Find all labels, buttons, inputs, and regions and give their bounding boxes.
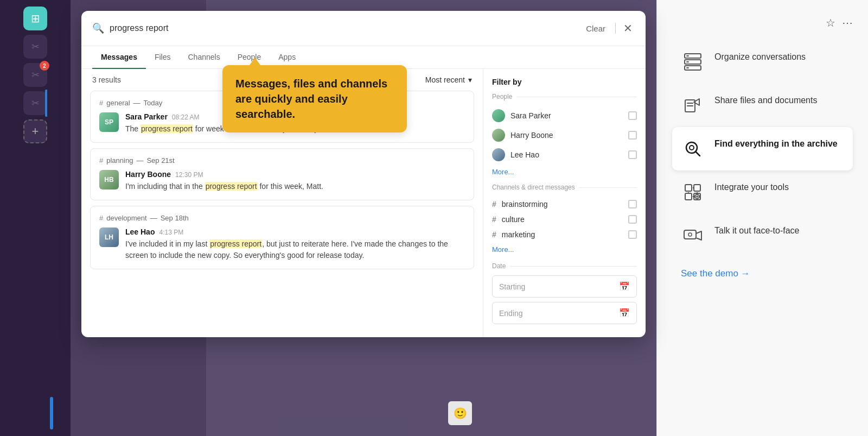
filter-sidebar: Filter by People Sara Parker Harry Boone (483, 69, 646, 337)
checkbox-brainstorming[interactable] (628, 200, 637, 208)
filter-person-lee[interactable]: Lee Hao (492, 145, 637, 165)
result-channel-info: # development — Sep 18th (99, 214, 465, 222)
svg-rect-23 (684, 230, 696, 239)
filter-person-sara[interactable]: Sara Parker (492, 106, 637, 125)
hash-icon: # (492, 215, 496, 224)
sidebar-workspace-teal[interactable]: ⊞ (23, 7, 47, 30)
filter-person-harry[interactable]: Harry Boone (492, 125, 637, 145)
result-message: HB Harry Boone 12:30 PM I'm including th… (99, 170, 465, 192)
filter-person-left: Lee Hao (492, 148, 539, 161)
highlight: progress report (209, 239, 262, 248)
highlight: progress report (141, 124, 193, 133)
message-content: Lee Hao 4:13 PM I've included it in my l… (125, 228, 465, 261)
sender-name: Lee Hao (125, 228, 155, 236)
result-card[interactable]: # planning — Sep 21st HB Harry Boone (90, 148, 474, 200)
checkbox-sara[interactable] (628, 111, 637, 120)
checkbox-culture[interactable] (628, 215, 637, 224)
feature-organize[interactable]: Organize conversations (672, 40, 853, 84)
highlight: progress report (205, 182, 258, 191)
feature-share[interactable]: Share files and documents (672, 84, 853, 127)
filter-channel-marketing[interactable]: # marketing (492, 227, 637, 242)
hash-icon: # (99, 156, 103, 165)
channel-name-culture: culture (502, 215, 525, 224)
sidebar-add-workspace[interactable]: + (23, 119, 47, 143)
share-icon (683, 96, 703, 115)
filter-channel-left: # culture (492, 215, 525, 224)
message-date: Today (144, 99, 163, 107)
filter-person-left: Harry Boone (492, 129, 553, 142)
feature-integrate[interactable]: Integrate your tools (672, 170, 853, 214)
avatar: LH (99, 228, 119, 247)
clear-button[interactable]: Clear (582, 22, 610, 35)
tab-messages[interactable]: Messages (92, 46, 146, 69)
feature-title-integrate: Integrate your tools (714, 181, 844, 193)
channels-section-label: Channels & direct messages (492, 184, 637, 191)
see-demo-link[interactable]: See the demo → (672, 268, 853, 279)
channel-name: planning (106, 156, 133, 165)
search-icon: 🔍 (92, 22, 104, 34)
scissors-icon-2: ✂ (31, 69, 40, 81)
filter-channel-left: # brainstorming (492, 200, 548, 208)
dash-separator: — (136, 156, 143, 165)
message-time: 12:30 PM (175, 171, 203, 179)
chevron-down-icon: ▾ (468, 75, 472, 84)
close-button[interactable]: ✕ (621, 20, 635, 37)
active-indicator (45, 90, 47, 117)
sidebar-workspace-1[interactable]: ✂ (23, 35, 47, 59)
sender-name: Sara Parker (125, 112, 168, 121)
ending-date-input[interactable]: Ending 📅 (492, 302, 637, 324)
hash-icon: # (492, 230, 496, 239)
channel-name-brainstorming: brainstorming (502, 200, 548, 208)
person-name-sara: Sara Parker (510, 111, 551, 120)
date-section: Date Starting 📅 Ending 📅 (492, 262, 637, 324)
hash-icon: # (99, 214, 103, 222)
person-name-lee: Lee Hao (510, 150, 539, 159)
result-card[interactable]: # development — Sep 18th LH Lee Hao (90, 206, 474, 269)
checkbox-marketing[interactable] (628, 230, 637, 239)
tab-files[interactable]: Files (146, 46, 180, 69)
avatar: SP (99, 112, 119, 132)
search-input[interactable] (110, 23, 576, 33)
starting-placeholder: Starting (499, 282, 525, 291)
feature-text-organize: Organize conversations (714, 50, 844, 63)
right-panel-icons: ☆ ⋯ (672, 16, 853, 29)
integrate-icon (683, 182, 703, 202)
sidebar-workspace-3[interactable]: ✂ (23, 91, 47, 115)
filter-channel-culture[interactable]: # culture (492, 212, 637, 227)
channels-more-link[interactable]: More... (492, 245, 637, 254)
app-sidebar: ⊞ ✂ ✂ 2 ✂ + (0, 0, 71, 436)
right-panel: ☆ ⋯ Organize conversations (656, 0, 868, 436)
message-header: Lee Hao 4:13 PM (125, 228, 465, 236)
calendar-icon: 📅 (619, 308, 630, 318)
integrate-icon-wrap (681, 180, 705, 204)
svg-point-24 (688, 233, 692, 236)
sender-name: Harry Boone (125, 170, 171, 179)
message-header: Harry Boone 12:30 PM (125, 170, 465, 179)
feature-talkout[interactable]: Talk it out face-to-face (672, 214, 853, 257)
dash-separator: — (133, 99, 141, 107)
date-section-label: Date (492, 262, 637, 270)
sidebar-active-strip (50, 397, 53, 429)
results-count: 3 results (92, 75, 121, 84)
message-text: I've included it in my last progress rep… (125, 238, 465, 261)
feature-find[interactable]: Find everything in the archive (672, 127, 853, 170)
starting-date-input[interactable]: Starting 📅 (492, 275, 637, 298)
sort-select[interactable]: Most recent ▾ (425, 75, 472, 84)
modal-backdrop: 🔍 Clear ✕ Messages Files Channels People… (71, 0, 656, 436)
checkbox-lee[interactable] (628, 150, 637, 159)
svg-rect-13 (694, 185, 700, 191)
more-options-icon[interactable]: ⋯ (842, 16, 853, 29)
talkout-icon-wrap (681, 224, 705, 248)
tab-channels[interactable]: Channels (180, 46, 229, 69)
checkbox-harry[interactable] (628, 131, 637, 140)
feature-title-share: Share files and documents (714, 94, 844, 106)
filter-avatar-lee (492, 148, 505, 161)
filter-channel-brainstorming[interactable]: # brainstorming (492, 197, 637, 212)
avatar: HB (99, 170, 119, 189)
people-more-link[interactable]: More... (492, 168, 637, 176)
emoji-button[interactable]: 🙂 (448, 401, 472, 425)
tooltip-text: Messages, files and channels are quickly… (235, 78, 387, 120)
star-icon[interactable]: ☆ (826, 16, 835, 29)
sidebar-workspace-2[interactable]: ✂ 2 (23, 63, 47, 87)
feature-title-find: Find everything in the archive (714, 138, 844, 150)
